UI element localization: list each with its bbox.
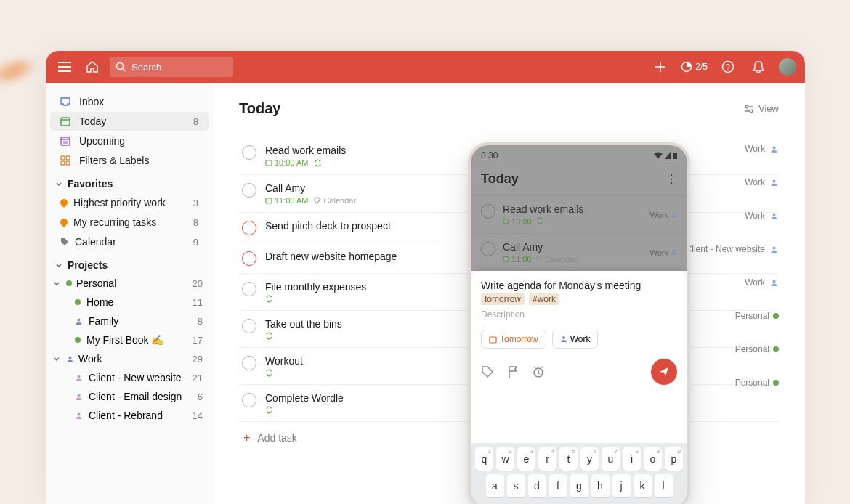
phone-task-project: Work <box>650 211 677 219</box>
project-color-dot <box>773 380 779 386</box>
keyboard-key[interactable]: k <box>634 474 652 497</box>
project-chip[interactable]: Work <box>552 330 599 349</box>
favorite-item[interactable]: Calendar 9 <box>50 232 209 251</box>
menu-icon[interactable] <box>54 57 75 77</box>
projects-header[interactable]: Projects <box>46 252 213 274</box>
task-checkbox[interactable] <box>242 282 256 296</box>
project-item-personal[interactable]: Personal 20 <box>46 274 213 293</box>
task-checkbox[interactable] <box>481 242 495 256</box>
svg-point-34 <box>562 336 565 339</box>
person-icon <box>769 277 779 288</box>
add-icon[interactable] <box>650 57 671 77</box>
compose-description[interactable]: Description <box>481 309 677 320</box>
task-time: 10:00 AM <box>265 158 308 167</box>
task-calendar-label: Calendar <box>314 196 356 205</box>
sidebar: Inbox Today 8 Upcoming <box>46 83 213 504</box>
view-label: View <box>758 103 779 114</box>
avatar[interactable] <box>779 58 796 76</box>
project-label: Personal <box>76 277 188 289</box>
task-checkbox[interactable] <box>242 251 256 266</box>
project-child-count: 8 <box>198 316 203 327</box>
keyboard-key[interactable]: d <box>528 474 546 497</box>
keyboard-key[interactable]: 2w <box>496 447 514 471</box>
keyboard-key[interactable]: h <box>591 474 610 497</box>
project-child[interactable]: Family 8 <box>46 312 213 330</box>
recurring-icon <box>265 406 273 414</box>
project-child[interactable]: Client - Email design 6 <box>46 387 213 406</box>
task-checkbox[interactable] <box>242 356 256 370</box>
svg-point-15 <box>69 356 72 359</box>
project-label: Work <box>78 353 188 365</box>
person-icon <box>75 374 83 382</box>
search-input[interactable] <box>130 61 227 73</box>
keyboard-key[interactable]: 7u <box>602 447 620 471</box>
compose-tag: #work <box>529 293 559 305</box>
phone-task-row[interactable]: Read work emails 10:00Work <box>471 195 687 233</box>
favorite-item[interactable]: Highest priority work 3 <box>50 193 209 212</box>
favorite-count: 3 <box>193 198 198 208</box>
send-button[interactable] <box>651 359 677 385</box>
phone-task-title: Read work emails <box>503 203 643 215</box>
keyboard-key[interactable]: 5t <box>559 447 578 471</box>
keyboard-key[interactable]: 4r <box>538 447 556 471</box>
nav-label: Upcoming <box>79 135 125 147</box>
keyboard-key[interactable]: j <box>612 474 631 497</box>
sidebar-nav-today[interactable]: Today 8 <box>50 112 209 131</box>
phone-time: 8:30 <box>481 150 498 160</box>
keyboard-key[interactable]: 9o <box>644 447 662 471</box>
task-checkbox[interactable] <box>242 393 256 407</box>
label-icon[interactable] <box>481 365 494 378</box>
project-child-label: Client - Email design <box>89 391 182 402</box>
flag-icon[interactable] <box>507 365 519 378</box>
project-child[interactable]: Client - Rebrand 14 <box>46 406 213 425</box>
task-checkbox[interactable] <box>242 319 256 333</box>
keyboard-key[interactable]: 3e <box>517 447 535 471</box>
keyboard-key[interactable]: g <box>570 474 588 497</box>
project-item-work[interactable]: Work 29 <box>46 349 213 368</box>
project-child-label: Client - New website <box>89 372 182 383</box>
keyboard-key[interactable]: 1q <box>475 447 493 471</box>
task-checkbox[interactable] <box>242 221 256 235</box>
keyboard-key[interactable]: 8i <box>623 447 641 471</box>
more-icon[interactable]: ⋮ <box>665 172 677 186</box>
sidebar-nav-inbox[interactable]: Inbox <box>50 92 209 111</box>
sidebar-nav-upcoming[interactable]: Upcoming <box>50 131 209 150</box>
help-icon[interactable]: ? <box>718 57 738 77</box>
productivity-meter[interactable]: 2/5 <box>681 61 708 73</box>
today-icon <box>59 115 72 127</box>
search-box[interactable] <box>110 57 233 77</box>
keyboard-key[interactable]: f <box>549 474 567 497</box>
task-checkbox[interactable] <box>242 183 256 198</box>
svg-rect-29 <box>503 219 509 224</box>
keyboard-key[interactable]: 0p <box>665 447 683 471</box>
keyboard-key[interactable]: a <box>486 474 504 497</box>
tag-icon <box>60 237 69 246</box>
person-icon <box>769 244 779 254</box>
project-count: 29 <box>193 354 203 365</box>
svg-point-30 <box>673 212 675 214</box>
compose-text[interactable]: Write agenda for Monday's meeting <box>481 280 677 291</box>
favorite-item[interactable]: My recurring tasks 8 <box>50 213 209 232</box>
view-button[interactable]: View <box>744 103 779 114</box>
search-icon <box>116 62 126 72</box>
favorites-header[interactable]: Favorites <box>46 171 213 192</box>
project-child[interactable]: My First Book ✍️ 17 <box>46 330 213 349</box>
keyboard-key[interactable]: s <box>507 474 525 497</box>
phone-status-bar: 8:30 <box>471 145 687 166</box>
phone-task-row[interactable]: Call Amy 11:00 CalendarWork <box>471 233 687 271</box>
project-child[interactable]: Client - New website 21 <box>46 368 213 387</box>
keyboard-key[interactable]: 6y <box>580 447 599 471</box>
alarm-icon[interactable] <box>532 365 545 378</box>
battery-icon <box>673 152 677 159</box>
task-checkbox[interactable] <box>481 204 495 219</box>
project-child-count: 17 <box>193 335 203 346</box>
sidebar-nav-filters[interactable]: Filters & Labels <box>50 151 209 170</box>
home-icon[interactable] <box>82 57 102 77</box>
due-date-chip[interactable]: Tomorrow <box>481 330 546 349</box>
project-child[interactable]: Home 11 <box>46 293 213 312</box>
task-checkbox[interactable] <box>242 145 256 160</box>
favorite-label: Highest priority work <box>73 197 166 208</box>
chevron-down-icon <box>54 179 63 188</box>
keyboard-key[interactable]: l <box>655 474 673 497</box>
notifications-icon[interactable] <box>748 57 769 77</box>
